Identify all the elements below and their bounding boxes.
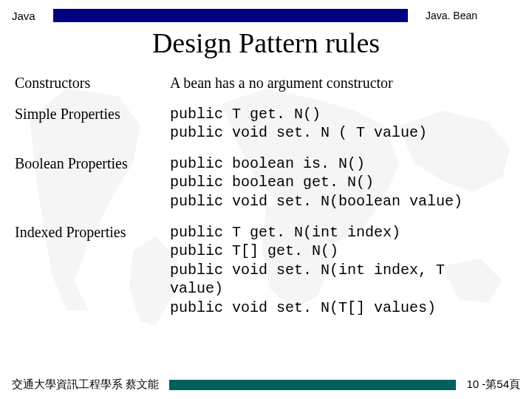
rule-row: ConstructorsA bean has a no argument con…: [12, 69, 520, 100]
rule-label: Simple Properties: [12, 100, 167, 150]
rule-row: Simple Propertiespublic T get. N() publi…: [12, 100, 520, 150]
header-bar: [53, 9, 408, 22]
rule-code: public T get. N() public void set. N ( T…: [167, 100, 520, 150]
rule-row: Boolean Propertiespublic boolean is. N()…: [12, 150, 520, 219]
rule-description: A bean has a no argument constructor: [167, 69, 520, 100]
header-right-text: Java. Bean: [408, 10, 477, 21]
rule-code: public boolean is. N() public boolean ge…: [167, 150, 520, 219]
rule-row: Indexed Propertiespublic T get. N(int in…: [12, 219, 520, 325]
header-left-text: Java: [12, 10, 53, 22]
footer-left-text: 交通大學資訊工程學系 蔡文能: [12, 378, 159, 392]
rule-label: Indexed Properties: [12, 219, 167, 325]
slide-header: Java Java. Bean: [0, 0, 532, 25]
slide-title: Design Pattern rules: [0, 27, 532, 59]
rule-label: Constructors: [12, 69, 167, 100]
footer-right-text: 10 -第54頁: [466, 378, 520, 392]
rules-table: ConstructorsA bean has a no argument con…: [12, 69, 520, 325]
footer-bar: [169, 380, 456, 390]
rule-code: public T get. N(int index) public T[] ge…: [167, 219, 520, 325]
slide-footer: 交通大學資訊工程學系 蔡文能 10 -第54頁: [0, 378, 532, 392]
rule-label: Boolean Properties: [12, 150, 167, 219]
